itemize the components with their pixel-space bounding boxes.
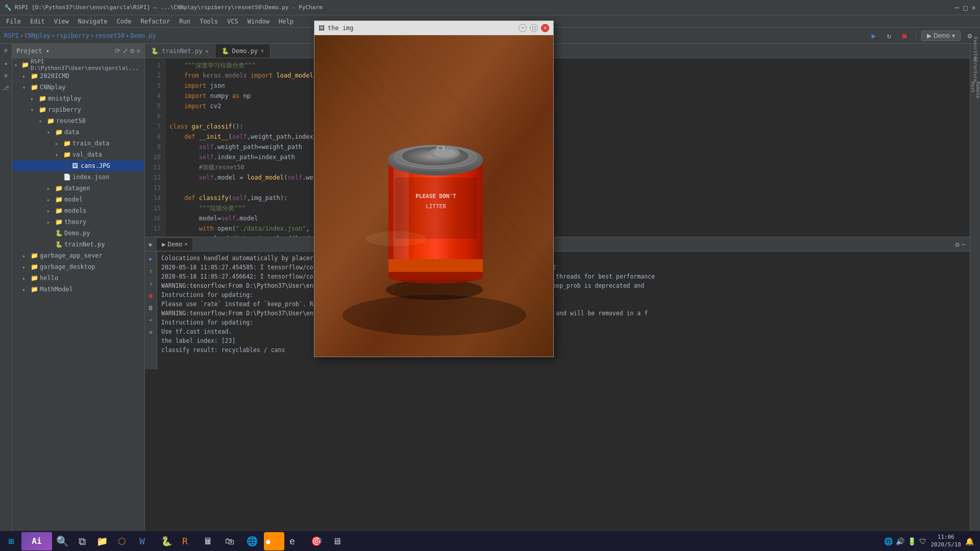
menu-code[interactable]: Code <box>113 17 136 26</box>
tray-security[interactable]: 🛡 <box>919 537 926 545</box>
menu-vcs[interactable]: VCS <box>223 17 242 26</box>
tray-volume[interactable]: 🔊 <box>896 537 904 545</box>
stop-btn[interactable]: ■ <box>898 30 911 42</box>
maximize-btn[interactable]: □ <box>963 4 967 12</box>
taskbar-intellij[interactable]: ⬡ <box>114 532 134 550</box>
tree-item-train-data[interactable]: ▸📁 train_data <box>12 138 144 149</box>
run-scroll-up[interactable]: ↑ <box>146 266 156 276</box>
menu-edit[interactable]: Edit <box>26 17 49 26</box>
menu-file[interactable]: File <box>2 17 25 26</box>
tree-item-index-json[interactable]: ▸📄 index.json <box>12 171 144 183</box>
run-tab-demo[interactable]: ▶ Demo × <box>157 238 192 251</box>
rerun-icon[interactable]: ▶ <box>146 254 156 264</box>
tree-item-mnistplay[interactable]: ▸📁 mnistplay <box>12 93 144 104</box>
menu-run[interactable]: Run <box>175 17 194 26</box>
breadcrumb: RSPI › CNNplay › rspiberry › resnet50 › … <box>4 32 156 39</box>
taskbar-taskview[interactable]: ⧉ <box>73 532 91 550</box>
menu-window[interactable]: Window <box>243 17 274 26</box>
tray-network[interactable]: 🌐 <box>884 537 893 545</box>
tree-item-theory[interactable]: ▸📁 theory <box>12 216 144 228</box>
right-favorites-icon[interactable]: Favorites <box>970 44 981 54</box>
breadcrumb-cnnplay[interactable]: CNNplay <box>24 32 51 39</box>
rerun-btn[interactable]: ↻ <box>883 30 895 42</box>
tree-item-rspiberry[interactable]: ▾📁 rspiberry <box>12 104 144 115</box>
tab-trainnet[interactable]: 🐍 trainNet.py × <box>145 44 215 58</box>
taskbar-unknown1[interactable]: 🎯 <box>307 532 327 550</box>
tray-notifications[interactable]: 🔔 <box>965 537 974 545</box>
tree-item-datagen[interactable]: ▸📁 datagen <box>12 183 144 194</box>
demo-run-btn[interactable]: ▶ Demo ▾ <box>921 31 961 41</box>
img-win-maximize[interactable]: □ <box>530 24 538 32</box>
taskbar-rdp[interactable]: 🖥 <box>328 532 349 550</box>
settings-icon[interactable]: ⚙ <box>130 47 134 55</box>
run-wrap[interactable]: ↩ <box>146 315 156 325</box>
tree-item-model[interactable]: ▸📁 model <box>12 194 144 205</box>
project-icon[interactable]: P <box>1 46 11 56</box>
code-content[interactable]: """深度学习垃圾分类""" from keras.models import … <box>165 58 970 237</box>
run-tree[interactable]: ≡ <box>146 327 156 337</box>
tab-demo[interactable]: 🐍 Demo.py × <box>215 44 271 58</box>
taskbar-chrome[interactable]: 🌐 <box>242 532 263 550</box>
sync-icon[interactable]: ⟳ <box>115 47 120 55</box>
run-stop[interactable]: ■ <box>146 290 156 300</box>
tab-demo-close[interactable]: × <box>261 48 264 54</box>
run-tab-close[interactable]: × <box>184 241 187 247</box>
breadcrumb-demo[interactable]: Demo.py <box>130 32 156 39</box>
svg-text:PLEASE DON'T: PLEASE DON'T <box>415 193 456 199</box>
breadcrumb-rspiberry[interactable]: rspiberry <box>56 32 89 39</box>
img-win-close[interactable]: × <box>541 24 549 32</box>
collapse-run-btn[interactable]: − <box>962 240 966 248</box>
settings-run-btn[interactable]: ⚙ <box>955 240 959 248</box>
taskbar-webmatrix[interactable]: W <box>135 532 156 550</box>
clock[interactable]: 11:06 2020/5/18 <box>930 534 961 548</box>
taskbar-resharper[interactable]: R <box>178 532 199 550</box>
tree-item-val-data[interactable]: ▾📁 val_data <box>12 149 144 160</box>
hide-icon[interactable]: × <box>136 47 140 55</box>
tree-item-garbage-desktop[interactable]: ▸📁 garbage_desktop <box>12 261 144 272</box>
tree-item-trainnet-py[interactable]: ▸🐍 trainNet.py <box>12 239 144 250</box>
taskbar-orange[interactable]: ● <box>264 532 284 550</box>
taskbar-calculator[interactable]: 🖩 <box>200 532 220 550</box>
git-icon[interactable]: ⎇ <box>1 83 11 93</box>
tree-item-models[interactable]: ▸📁 models <box>12 205 144 216</box>
menu-help[interactable]: Help <box>275 17 298 26</box>
menu-navigate[interactable]: Navigate <box>74 17 112 26</box>
tray-battery[interactable]: 🔋 <box>908 537 916 545</box>
close-btn[interactable]: × <box>972 4 976 12</box>
img-win-minimize[interactable]: ─ <box>519 24 527 32</box>
tree-item-data[interactable]: ▾📁 data <box>12 127 144 138</box>
code-editor[interactable]: 12345 678910 1112131415 1617181920 """深度… <box>145 58 970 237</box>
taskbar-pycharm[interactable]: 🐍 <box>157 532 177 550</box>
tree-item-resnet50[interactable]: ▾📁 resnet50 <box>12 115 144 127</box>
tree-item-mathmodel[interactable]: ▸📁 MathModel <box>12 284 144 295</box>
menu-tools[interactable]: Tools <box>195 17 222 26</box>
tree-item-cans-jpg[interactable]: ▸🖼 cans.JPG <box>12 160 144 171</box>
tree-item-2020icmd[interactable]: ▸📁 2020ICMD <box>12 70 144 82</box>
tree-item-hello[interactable]: ▸📁 hello <box>12 272 144 284</box>
menu-refactor[interactable]: Refactor <box>136 17 174 26</box>
start-button[interactable]: ⊞ <box>2 532 20 550</box>
run-clear[interactable]: 🗑 <box>146 303 156 313</box>
breadcrumb-rspi[interactable]: RSPI <box>4 32 19 39</box>
tree-item-demo-py[interactable]: ▸🐍 Demo.py <box>12 228 144 239</box>
collapse-icon[interactable]: ⤢ <box>122 47 128 55</box>
tree-item-rspi[interactable]: ▾📁 RSPI D:\Python37\User\envs\garcla\... <box>12 59 144 70</box>
taskbar-search[interactable]: 🔍 <box>53 532 72 550</box>
taskbar-store[interactable]: 🛍 <box>221 532 241 550</box>
favorites-icon[interactable]: ★ <box>1 58 11 68</box>
run-debug-btn[interactable]: ▶ <box>868 30 880 42</box>
structure-icon[interactable]: ≡ <box>1 70 11 81</box>
tab-trainnet-close[interactable]: × <box>205 48 208 54</box>
taskbar-ie[interactable]: e <box>285 532 306 550</box>
right-remote-icon[interactable]: Remote Host <box>970 85 981 95</box>
taskbar-explorer[interactable]: 📁 <box>92 532 113 550</box>
tree-item-garbage-app[interactable]: ▸📁 garbage_app_sever <box>12 250 144 261</box>
minimize-btn[interactable]: ─ <box>955 4 959 12</box>
breadcrumb-resnet50[interactable]: resnet50 <box>95 32 125 39</box>
right-structure-icon[interactable]: Structure <box>970 64 981 74</box>
run-scroll-down[interactable]: ↓ <box>146 278 156 288</box>
ai-button[interactable]: Ai <box>21 532 52 550</box>
code-line-6 <box>169 111 966 121</box>
tree-item-cnnplay[interactable]: ▾📁 CNNplay <box>12 82 144 93</box>
menu-view[interactable]: View <box>50 17 73 26</box>
